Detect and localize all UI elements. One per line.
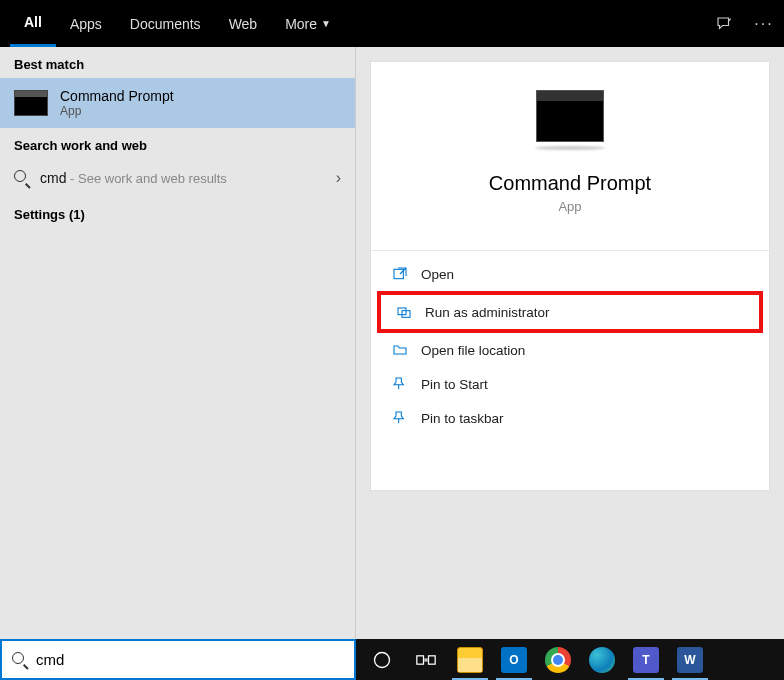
search-web-query: cmd (40, 170, 66, 186)
best-match-title: Command Prompt (60, 88, 174, 104)
best-match-item[interactable]: Command Prompt App (0, 78, 355, 128)
taskbar-edge[interactable] (580, 639, 624, 680)
preview-title: Command Prompt (371, 172, 769, 195)
more-options-icon[interactable]: ··· (744, 0, 784, 47)
tab-more-label: More (285, 16, 317, 32)
taskbar-chrome[interactable] (536, 639, 580, 680)
outlook-icon: O (501, 647, 527, 673)
preview-app-icon (536, 90, 604, 142)
action-open-file-location-label: Open file location (421, 343, 525, 358)
taskbar-file-explorer[interactable] (448, 639, 492, 680)
search-web-item[interactable]: cmd - See work and web results › (0, 159, 355, 197)
chevron-down-icon: ▼ (321, 18, 331, 29)
best-match-subtitle: App (60, 104, 174, 118)
preview-card: Command Prompt App Open Run as administr… (370, 61, 770, 491)
annotation-highlight: Run as administrator (377, 291, 763, 333)
folder-icon (391, 341, 409, 359)
tab-more[interactable]: More ▼ (271, 0, 345, 47)
chrome-icon (545, 647, 571, 673)
edge-icon (589, 647, 615, 673)
file-explorer-icon (457, 647, 483, 673)
pin-taskbar-icon (391, 409, 409, 427)
search-tabs: All Apps Documents Web More ▼ ··· (0, 0, 784, 47)
settings-header: Settings (1) (0, 197, 355, 228)
search-work-web-header: Search work and web (0, 128, 355, 159)
bottom-bar: O T W (0, 639, 784, 680)
command-prompt-icon (14, 90, 48, 116)
icon-shadow (535, 146, 605, 150)
preview-subtitle: App (371, 199, 769, 214)
taskbar-task-view[interactable] (404, 639, 448, 680)
taskbar-cortana[interactable] (360, 639, 404, 680)
preview-panel: Command Prompt App Open Run as administr… (356, 47, 784, 639)
action-pin-to-start-label: Pin to Start (421, 377, 488, 392)
tab-web[interactable]: Web (215, 0, 272, 47)
action-run-administrator[interactable]: Run as administrator (381, 295, 759, 329)
feedback-icon[interactable] (704, 0, 744, 47)
search-box-icon (12, 652, 28, 668)
tab-apps[interactable]: Apps (56, 0, 116, 47)
open-icon (391, 265, 409, 283)
search-input[interactable] (36, 651, 344, 668)
search-icon (14, 170, 30, 186)
action-open-file-location[interactable]: Open file location (371, 333, 769, 367)
search-web-hint: - See work and web results (66, 171, 226, 186)
action-open[interactable]: Open (371, 257, 769, 291)
action-open-label: Open (421, 267, 454, 282)
tab-documents[interactable]: Documents (116, 0, 215, 47)
taskbar: O T W (356, 639, 784, 680)
action-run-administrator-label: Run as administrator (425, 305, 550, 320)
word-icon: W (677, 647, 703, 673)
action-pin-to-taskbar-label: Pin to taskbar (421, 411, 504, 426)
svg-rect-4 (417, 655, 424, 663)
search-box[interactable] (0, 639, 356, 680)
best-match-header: Best match (0, 47, 355, 78)
svg-rect-5 (429, 655, 436, 663)
action-pin-to-taskbar[interactable]: Pin to taskbar (371, 401, 769, 435)
shield-icon (395, 303, 413, 321)
taskbar-outlook[interactable]: O (492, 639, 536, 680)
taskbar-teams[interactable]: T (624, 639, 668, 680)
svg-rect-0 (394, 269, 403, 278)
teams-icon: T (633, 647, 659, 673)
tab-all[interactable]: All (10, 0, 56, 47)
results-panel: Best match Command Prompt App Search wor… (0, 47, 356, 639)
action-pin-to-start[interactable]: Pin to Start (371, 367, 769, 401)
chevron-right-icon: › (336, 169, 341, 187)
pin-start-icon (391, 375, 409, 393)
taskbar-word[interactable]: W (668, 639, 712, 680)
svg-point-3 (375, 652, 390, 667)
